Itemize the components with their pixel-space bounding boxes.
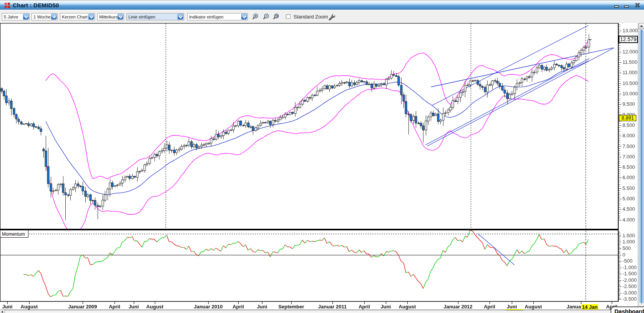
standard-zoom-checkbox[interactable] xyxy=(286,14,290,19)
scroll-up-button[interactable] xyxy=(639,23,644,29)
left-arrow-icon xyxy=(1,310,4,313)
dashboard-popup[interactable]: Dashboard xyxy=(611,306,644,313)
interval-select-value: 1 Woche xyxy=(33,15,50,19)
chart-window: Chart : DEMID50 5 Jahre 1 Woche Kerzen C… xyxy=(0,0,644,313)
restore-button[interactable] xyxy=(622,0,631,10)
chevron-down-icon[interactable] xyxy=(241,14,247,20)
zoom-reset-icon[interactable] xyxy=(272,13,280,21)
crosshair-date-marker: 14 Jan xyxy=(581,304,598,310)
momentum-pane-label: Momentum xyxy=(0,230,28,238)
scroll-position-highlight xyxy=(506,309,523,310)
up-arrow-icon xyxy=(639,23,644,29)
minimize-button[interactable] xyxy=(612,0,621,10)
pricetype-select[interactable]: Mittelkurs xyxy=(97,13,124,20)
line-insert-select-value: Linie einfügen xyxy=(128,15,155,19)
chevron-down-icon[interactable] xyxy=(88,14,94,20)
pricetype-select-value: Mittelkurs xyxy=(99,15,118,19)
last-price-marker: 12.579 xyxy=(619,36,638,43)
standard-zoom-label: Standard Zoom xyxy=(294,14,328,20)
chevron-down-icon[interactable] xyxy=(178,14,183,20)
price-momentum-chart-canvas[interactable] xyxy=(0,23,638,313)
dashboard-label: Dashboard xyxy=(614,308,644,313)
horizontal-scrollbar[interactable] xyxy=(0,310,644,313)
charttype-select-value: Kerzen Chart xyxy=(62,15,88,19)
line-insert-select[interactable]: Linie einfügen xyxy=(126,13,184,20)
scroll-left-button[interactable] xyxy=(0,310,5,313)
app-logo-icon xyxy=(5,3,10,8)
range-select[interactable]: 5 Jahre xyxy=(2,13,30,20)
interval-select[interactable]: 1 Woche xyxy=(32,13,58,20)
chevron-down-icon[interactable] xyxy=(118,14,123,20)
indicator-insert-select-value: Indikator einfügen xyxy=(189,15,224,19)
vertical-scrollbar-thumb[interactable] xyxy=(639,30,644,303)
vertical-scrollbar[interactable] xyxy=(638,23,644,313)
window-title: Chart : DEMID50 xyxy=(13,2,59,8)
chart-area[interactable]: Momentum 12.579 8.891 14 Jan xyxy=(0,23,638,313)
toolbar: 5 Jahre 1 Woche Kerzen Chart Mittelkurs … xyxy=(0,10,644,23)
settings-wrench-icon[interactable] xyxy=(328,13,336,22)
charttype-select[interactable]: Kerzen Chart xyxy=(60,13,95,20)
indicator-insert-select[interactable]: Indikator einfügen xyxy=(187,13,248,20)
range-select-value: 5 Jahre xyxy=(4,15,18,19)
zoom-in-icon[interactable] xyxy=(251,13,259,21)
title-bar[interactable]: Chart : DEMID50 xyxy=(0,0,644,10)
crosshair-price-marker: 8.891 xyxy=(619,115,636,121)
close-button[interactable] xyxy=(633,0,642,10)
zoom-out-icon[interactable] xyxy=(262,13,270,21)
chevron-down-icon[interactable] xyxy=(23,14,29,20)
chevron-down-icon[interactable] xyxy=(51,14,57,20)
